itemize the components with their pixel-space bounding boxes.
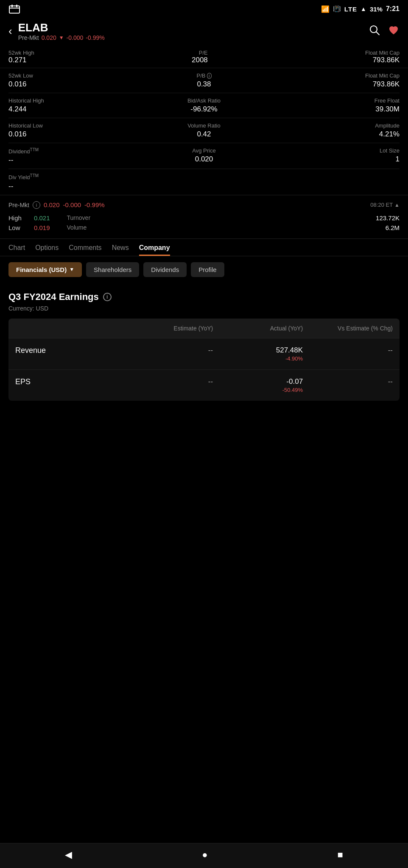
svg-rect-0 [9,6,20,13]
battery-label: 31% [370,6,383,13]
tab-news[interactable]: News [112,244,129,256]
stats-row-4: DividendTTM -- Avg Price 0.020 Lot Size … [8,143,400,169]
status-bar-right: 📶 📳 LTE ▲ 31% 7:21 [321,5,400,13]
chevron-up-icon[interactable]: ▲ [394,202,400,208]
stat-hist-low: Historical Low 0.016 [8,122,139,139]
header-left: ‹ ELAB Pre-Mkt 0.020 ▼ -0.000 -0.99% [8,21,105,41]
eps-label: EPS [15,377,123,386]
stats-row-3: Historical Low 0.016 Volume Ratio 0.42 A… [8,118,400,143]
stat-float-mktcap-partial: Float Mkt Cap 793.86K [365,50,400,64]
tab-bar: Chart Options Comments News Company [0,239,408,256]
signal-icon: ▲ [360,6,366,12]
info-icon: i [33,201,40,209]
earnings-title: Q3 FY2024 Earnings i [8,291,400,302]
stat-pe-partial: P/E 2008 [192,50,208,64]
header-price: 0.020 [42,34,56,41]
stat-52wk-low: 52wk Low 0.016 [8,72,139,89]
earnings-row-eps: EPS -- -0.07 -50.49% -- [8,369,400,401]
nav-back-button[interactable]: ◀ [65,849,72,860]
header-right [369,25,400,38]
earnings-table: Estimate (YoY) Actual (YoY) Vs Estimate … [8,319,400,401]
header: ‹ ELAB Pre-Mkt 0.020 ▼ -0.000 -0.99% [0,18,408,46]
sub-tab-dividends[interactable]: Dividends [143,262,187,277]
stat-amplitude: Amplitude 4.21% [269,122,400,139]
heart-icon [388,25,400,36]
ticker-info: ELAB Pre-Mkt 0.020 ▼ -0.000 -0.99% [18,21,105,41]
pre-mkt-label: Pre-Mkt [18,34,39,41]
dropdown-arrow-icon: ▼ [69,266,74,272]
svg-line-5 [376,32,379,35]
tab-chart[interactable]: Chart [8,244,25,256]
stat-bid-ask-ratio: Bid/Ask Ratio -96.92% [139,97,269,114]
svg-rect-2 [11,5,13,7]
eps-actual: -0.07 -50.49% [213,377,303,393]
earnings-table-header: Estimate (YoY) Actual (YoY) Vs Estimate … [8,319,400,338]
nav-home-button[interactable]: ● [202,849,207,860]
pre-mkt-low-row: Low 0.019 Volume 6.2M [8,223,400,233]
revenue-actual: 527.48K -4.90% [213,346,303,362]
revenue-label: Revenue [15,346,123,355]
currency-label: Currency: USD [8,305,400,312]
stat-lot-size: Lot Size 1 [269,147,400,164]
stats-row-1: 52wk Low 0.016 P/B i 0.38 Float Mkt Cap … [8,68,400,93]
header-change: -0.000 [67,34,84,41]
vibrate-icon: 📳 [333,5,341,13]
eps-vs-estimate: -- [303,377,393,386]
pre-mkt-header: Pre-Mkt i 0.020 -0.000 -0.99% 08:20 ET ▲ [8,201,400,209]
stat-pb: P/B i 0.38 [139,72,269,89]
tab-company[interactable]: Company [139,244,170,256]
pre-mkt-high-row: High 0.021 Turnover 123.72K [8,213,400,223]
tab-options[interactable]: Options [35,244,59,256]
pre-mkt-rows: High 0.021 Turnover 123.72K Low 0.019 Vo… [8,213,400,233]
search-icon [369,25,380,36]
stat-div-yield: Div YieldTTM -- [8,173,400,190]
stat-avg-price: Avg Price 0.020 [139,147,269,164]
pre-mkt-title: Pre-Mkt i 0.020 -0.000 -0.99% [8,201,105,209]
stat-free-float: Free Float 39.30M [269,97,400,114]
revenue-estimate: -- [123,346,213,355]
pre-mkt-row: Pre-Mkt 0.020 ▼ -0.000 -0.99% [18,34,105,41]
bluetooth-icon: 📶 [321,5,330,13]
svg-rect-3 [16,5,17,7]
calendar-icon [8,4,20,14]
tab-comments[interactable]: Comments [69,244,101,256]
nav-bar: ◀ ● ■ [0,843,408,868]
eps-estimate: -- [123,377,213,386]
header-change-pct: -0.99% [86,34,104,41]
nav-recent-button[interactable]: ■ [338,849,343,860]
status-bar-left [8,4,20,14]
sub-tab-bar: Financials (USD) ▼ Shareholders Dividend… [0,256,408,283]
search-button[interactable] [369,25,380,38]
favorite-button[interactable] [388,25,400,38]
pre-mkt-time: 08:20 ET ▲ [370,202,400,208]
partial-stats-row: 52wk High 0.271 P/E 2008 Float Mkt Cap 7… [0,46,408,68]
pre-mkt-section: Pre-Mkt i 0.020 -0.000 -0.99% 08:20 ET ▲… [0,195,408,239]
stat-dividend: DividendTTM -- [8,147,139,164]
sub-tab-profile[interactable]: Profile [191,262,224,277]
sub-tab-financials[interactable]: Financials (USD) ▼ [8,262,82,277]
earnings-info-icon: i [103,293,112,301]
stats-section: 52wk Low 0.016 P/B i 0.38 Float Mkt Cap … [0,68,408,195]
down-arrow-icon: ▼ [59,35,64,41]
stat-52wk-high-partial: 52wk High 0.271 [8,50,34,64]
sub-tab-shareholders[interactable]: Shareholders [86,262,139,277]
time-label: 7:21 [386,5,400,13]
back-button[interactable]: ‹ [8,25,12,38]
revenue-vs-estimate: -- [303,346,393,355]
earnings-section: Q3 FY2024 Earnings i Currency: USD Estim… [0,283,408,401]
stats-row-2: Historical High 4.244 Bid/Ask Ratio -96.… [8,93,400,118]
ticker-name: ELAB [18,21,105,34]
earnings-row-revenue: Revenue -- 527.48K -4.90% -- [8,338,400,369]
lte-label: LTE [344,6,357,13]
stat-float-mktcap: Float Mkt Cap 793.86K [269,72,400,89]
stat-hist-high: Historical High 4.244 [8,97,139,114]
status-bar: 📶 📳 LTE ▲ 31% 7:21 [0,0,408,18]
stats-row-5: Div YieldTTM -- [8,169,400,194]
stat-volume-ratio: Volume Ratio 0.42 [139,122,269,139]
